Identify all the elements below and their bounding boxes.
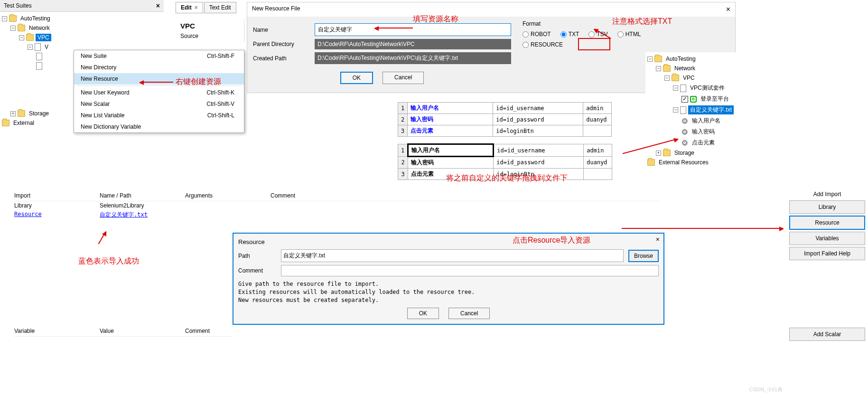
library-button[interactable]: Library xyxy=(789,200,865,214)
tree-row-vpc[interactable]: −VPC xyxy=(647,73,753,83)
keyword-grid-1[interactable]: 1输入用户名id=id_usernameadmin 2输入密码id=id_pas… xyxy=(398,102,612,137)
ctx-new-directory[interactable]: New Directory xyxy=(74,62,244,73)
import-row-library[interactable]: Library Selenium2Library xyxy=(14,201,660,210)
testcase-icon xyxy=(690,96,697,103)
dialog-title: Resource xyxy=(238,238,659,245)
tree-row-network[interactable]: −Network xyxy=(2,23,162,33)
folder-icon xyxy=(9,15,17,22)
expand-icon[interactable]: + xyxy=(10,111,16,116)
ctx-new-resource[interactable]: New Resource xyxy=(74,73,244,85)
arrow-icon xyxy=(622,228,783,229)
tree-row-kw1[interactable]: 输入用户名 xyxy=(647,115,753,126)
cancel-button[interactable]: Cancel xyxy=(448,308,490,319)
col-value: Value xyxy=(100,328,166,334)
tree-row-login[interactable]: 登录至平台 xyxy=(647,94,753,104)
checkbox-icon[interactable] xyxy=(681,96,688,103)
close-icon[interactable]: × xyxy=(656,236,660,243)
gear-icon xyxy=(681,118,688,124)
format-label: Format xyxy=(523,20,729,27)
right-tree: −AutoTesting −Network −VPC −VPC测试套件 登录至平… xyxy=(645,52,755,169)
col-comment: Comment xyxy=(271,192,337,199)
col-import: Import xyxy=(14,192,81,199)
folder-icon xyxy=(672,75,679,81)
ctx-new-scalar[interactable]: New ScalarCtrl-Shift-V xyxy=(74,98,244,110)
tree-row-file[interactable]: −自定义关键字.txt xyxy=(647,104,753,115)
col-comment: Comment xyxy=(185,328,252,334)
folder-icon xyxy=(663,65,671,72)
browse-button[interactable]: Browse xyxy=(628,250,659,262)
gear-icon xyxy=(681,140,688,146)
add-import-stack: Add Import Library Resource Variables Im… xyxy=(789,190,865,260)
ctx-new-list[interactable]: New List VariableCtrl-Shift-L xyxy=(74,110,244,121)
collapse-icon[interactable]: − xyxy=(19,35,24,40)
collapse-icon[interactable]: − xyxy=(2,16,7,21)
watermark: CSDN_小白典 xyxy=(749,386,783,393)
ok-button[interactable]: OK xyxy=(340,72,373,84)
resource-import-dialog: Resource × Path 自定义关键字.txt Browse Commen… xyxy=(233,233,664,325)
file-icon xyxy=(680,106,686,114)
tree-row-vpc[interactable]: −VPC xyxy=(2,33,162,42)
radio-robot[interactable]: ROBOT xyxy=(523,31,551,38)
radio-resource[interactable]: RESOURCE xyxy=(523,41,563,48)
stack-title: Add Import xyxy=(789,190,865,198)
tree-row-network[interactable]: −Network xyxy=(647,64,753,73)
tab-text-edit[interactable]: Text Edit xyxy=(204,2,236,13)
close-icon[interactable]: × xyxy=(195,4,198,11)
ok-button[interactable]: OK xyxy=(407,308,439,319)
path-input[interactable]: 自定义关键字.txt xyxy=(281,249,624,262)
tree-row-autotesting[interactable]: −AutoTesting xyxy=(647,54,753,64)
tree-row-kw3[interactable]: 点击元素 xyxy=(647,137,753,148)
source-label: Source xyxy=(180,33,239,39)
close-icon[interactable]: × xyxy=(156,2,160,9)
folder-icon xyxy=(18,25,25,31)
path-label: Path xyxy=(238,253,276,259)
col-name: Name / Path xyxy=(100,192,166,199)
variables-button[interactable]: Variables xyxy=(789,232,865,245)
created-value: D:\Code\RF\AutoTesting\Network\VPC\自定义关键… xyxy=(315,52,511,64)
radio-html[interactable]: HTML xyxy=(617,31,641,38)
panel-header: Test Suites × xyxy=(0,0,164,12)
folder-icon xyxy=(26,34,34,41)
resource-button[interactable]: Resource xyxy=(789,216,865,230)
gear-icon xyxy=(681,129,688,135)
radio-tsv[interactable]: TSV xyxy=(588,31,607,38)
name-input[interactable]: 自定义关键字 xyxy=(315,23,511,36)
tree-row-autotesting[interactable]: −AutoTesting xyxy=(2,14,162,23)
comment-input[interactable] xyxy=(281,265,659,276)
tab-edit[interactable]: Edit× xyxy=(176,2,203,13)
folder-icon xyxy=(647,159,655,166)
tree-row-suite[interactable]: −VPC测试套件 xyxy=(647,83,753,94)
col-variable: Variable xyxy=(14,328,81,334)
annotation: 蓝色表示导入成功 xyxy=(78,256,139,266)
add-scalar-stack: Add Scalar xyxy=(789,328,865,341)
add-scalar-button[interactable]: Add Scalar xyxy=(789,328,865,341)
file-icon xyxy=(36,62,42,70)
name-label: Name xyxy=(253,27,310,33)
file-icon xyxy=(36,53,42,60)
help-button[interactable]: Import Failed Help xyxy=(789,247,865,260)
dialog-title-bar: New Resource File × xyxy=(247,2,735,17)
tree-row-kw2[interactable]: 输入密码 xyxy=(647,126,753,137)
folder-icon xyxy=(18,110,25,117)
cancel-button[interactable]: Cancel xyxy=(383,72,424,84)
tree-row-storage[interactable]: +Storage xyxy=(647,148,753,158)
folder-icon xyxy=(2,120,9,126)
collapse-icon[interactable]: − xyxy=(28,45,33,50)
import-area: Import Name / Path Arguments Comment Lib… xyxy=(14,192,660,220)
variable-area: Variable Value Comment xyxy=(14,328,233,337)
file-icon xyxy=(680,85,686,92)
ctx-new-suite[interactable]: New SuiteCtrl-Shift-F xyxy=(74,50,244,62)
vpc-title: VPC xyxy=(180,22,239,30)
keyword-grid-2[interactable]: 1输入用户名id=id_usernameadmin 2输入密码id=id_pas… xyxy=(398,143,612,180)
col-args: Arguments xyxy=(185,192,252,199)
ctx-new-dict[interactable]: New Dictionary Variable xyxy=(74,121,244,132)
collapse-icon[interactable]: − xyxy=(10,26,16,31)
tree-row-external[interactable]: External Resources xyxy=(647,158,753,167)
import-row-resource[interactable]: Resource 自定义关键字.txt xyxy=(14,210,660,220)
file-icon xyxy=(35,43,41,51)
close-icon[interactable]: × xyxy=(726,5,730,14)
radio-txt[interactable]: TXT xyxy=(560,31,579,38)
ctx-new-keyword[interactable]: New User KeywordCtrl-Shift-K xyxy=(74,87,244,98)
comment-label: Comment xyxy=(238,267,276,274)
source-panel: VPC Source xyxy=(176,19,244,42)
